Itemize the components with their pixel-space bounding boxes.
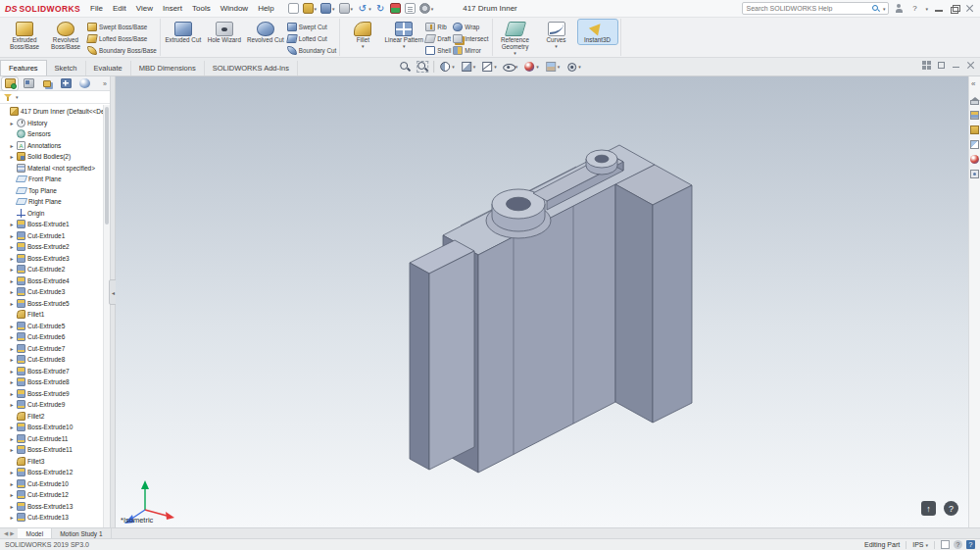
- minimize-icon[interactable]: [934, 4, 944, 14]
- help-search-box[interactable]: ▾: [742, 2, 889, 15]
- panel-tab-propertymanager[interactable]: [21, 77, 36, 90]
- tab-scroll-left-icon[interactable]: ◀: [4, 530, 8, 536]
- solidworks-resources-icon[interactable]: [970, 100, 979, 105]
- ribbon-button-intersect[interactable]: Intersect: [453, 33, 488, 44]
- tree-item-417-drum-inner-default-default[interactable]: 417 Drum Inner (Default<<Default: [0, 106, 103, 118]
- tree-item-cut-extrude10[interactable]: ▸Cut-Extrude10: [0, 478, 103, 490]
- tree-item-boss-extrude12[interactable]: ▸Boss-Extrude12: [0, 467, 103, 478]
- tab-solidworks-add-ins[interactable]: SOLIDWORKS Add-Ins: [205, 61, 298, 75]
- ribbon-button-shell[interactable]: Shell: [425, 45, 451, 56]
- restore-window-icon[interactable]: [937, 61, 946, 70]
- tab-mbd-dimensions[interactable]: MBD Dimensions: [131, 61, 205, 75]
- dropdown-icon[interactable]: ▾: [514, 51, 516, 56]
- dropdown-icon[interactable]: ▾: [315, 6, 318, 12]
- tab-features[interactable]: Features: [0, 60, 47, 75]
- qa-undo-button[interactable]: ▾: [357, 3, 371, 14]
- tree-item-cut-extrude9[interactable]: ▸Cut-Extrude9: [0, 399, 103, 411]
- menu-insert[interactable]: Insert: [159, 3, 186, 14]
- tree-item-sensors[interactable]: Sensors: [0, 128, 103, 140]
- qa-open-file-button[interactable]: ▾: [303, 3, 318, 14]
- tree-item-annotations[interactable]: ▸Annotations: [0, 140, 103, 152]
- dropdown-icon[interactable]: ▾: [925, 6, 928, 12]
- view-orientation-button[interactable]: ▾: [460, 60, 477, 74]
- expand-arrow-icon[interactable]: ▸: [9, 345, 15, 352]
- expand-arrow-icon[interactable]: ▸: [9, 323, 15, 329]
- tree-item-boss-extrude2[interactable]: ▸Boss-Extrude2: [0, 241, 103, 253]
- dropdown-icon[interactable]: ▾: [368, 6, 371, 12]
- tree-item-boss-extrude9[interactable]: ▸Boss-Extrude9: [0, 388, 103, 400]
- search-icon[interactable]: [872, 5, 880, 13]
- ribbon-button-boundary-cut[interactable]: Boundary Cut: [287, 45, 337, 56]
- qa-new-file-button[interactable]: [288, 3, 299, 14]
- tree-item-boss-extrude13[interactable]: ▸Boss-Extrude13: [0, 501, 103, 513]
- dropdown-icon[interactable]: ▾: [362, 44, 365, 49]
- qa-rebuild-button[interactable]: [390, 3, 401, 14]
- expand-arrow-icon[interactable]: ▸: [9, 333, 15, 340]
- dropdown-icon[interactable]: ▾: [403, 44, 406, 49]
- tree-item-boss-extrude5[interactable]: ▸Boss-Extrude5: [0, 298, 103, 310]
- units-selector[interactable]: IPS▾: [912, 541, 928, 548]
- hide-show-items-button[interactable]: ▾: [502, 60, 519, 74]
- expand-pane-icon[interactable]: [970, 81, 979, 90]
- tree-item-cut-extrude11[interactable]: ▸Cut-Extrude11: [0, 433, 103, 445]
- tree-item-cut-extrude8[interactable]: ▸Cut-Extrude8: [0, 354, 103, 366]
- qa-print-button[interactable]: ▾: [339, 3, 354, 14]
- qa-redo-button[interactable]: [375, 3, 386, 14]
- dropdown-icon[interactable]: ▾: [452, 64, 455, 70]
- menu-edit[interactable]: Edit: [109, 3, 130, 14]
- tab-model[interactable]: Model: [18, 528, 52, 538]
- ribbon-button-boundary-boss-base[interactable]: Boundary Boss/Base: [87, 45, 157, 56]
- ribbon-button-reference-geometry[interactable]: Reference Geometry▾: [496, 20, 535, 56]
- close-window-icon[interactable]: [966, 61, 975, 70]
- ribbon-button-lofted-boss-base[interactable]: Lofted Boss/Base: [87, 33, 157, 44]
- tree-scrollbar-thumb[interactable]: [105, 107, 109, 225]
- ribbon-button-mirror[interactable]: Mirror: [453, 45, 488, 56]
- display-style-button[interactable]: ▾: [480, 60, 498, 74]
- panel-tab-displaymanager[interactable]: [76, 77, 92, 90]
- qa-options-button[interactable]: ▾: [419, 3, 434, 14]
- view-settings-button[interactable]: ▾: [564, 60, 582, 74]
- edit-appearance-button[interactable]: ▾: [522, 60, 540, 74]
- tree-item-cut-extrude5[interactable]: ▸Cut-Extrude5: [0, 321, 103, 332]
- panel-flyout-icon[interactable]: »: [103, 80, 108, 87]
- design-library-icon[interactable]: [970, 111, 979, 120]
- tree-item-fillet1[interactable]: Fillet1: [0, 309, 103, 321]
- model-face-step[interactable]: [615, 184, 653, 423]
- ribbon-button-extruded-cut[interactable]: Extruded Cut: [164, 20, 203, 44]
- expand-arrow-icon[interactable]: ▸: [9, 356, 15, 363]
- search-dropdown-icon[interactable]: ▾: [883, 6, 886, 12]
- help-tip-icon[interactable]: [954, 540, 962, 549]
- dropdown-icon[interactable]: ▾: [536, 64, 539, 70]
- tree-item-boss-extrude10[interactable]: ▸Boss-Extrude10: [0, 422, 103, 433]
- file-explorer-icon[interactable]: [970, 125, 979, 134]
- login-user-icon[interactable]: [894, 4, 904, 14]
- tree-item-cut-extrude7[interactable]: ▸Cut-Extrude7: [0, 343, 103, 355]
- dropdown-icon[interactable]: ▾: [515, 64, 518, 70]
- tree-item-boss-extrude7[interactable]: ▸Boss-Extrude7: [0, 366, 103, 377]
- tree-item-origin[interactable]: Origin: [0, 208, 103, 220]
- expand-arrow-icon[interactable]: ▸: [9, 277, 15, 284]
- panel-tab-dimxpertmanager[interactable]: [58, 77, 74, 90]
- material-doc-icon[interactable]: [941, 540, 950, 549]
- expand-arrow-icon[interactable]: ▸: [9, 142, 15, 149]
- expand-arrow-icon[interactable]: ▸: [9, 288, 15, 295]
- tree-item-history[interactable]: ▸History: [0, 118, 103, 129]
- expand-arrow-icon[interactable]: ▸: [9, 266, 15, 273]
- tree-item-cut-extrude3[interactable]: ▸Cut-Extrude3: [0, 286, 103, 298]
- restore-icon[interactable]: [950, 4, 959, 14]
- expand-arrow-icon[interactable]: ▸: [9, 378, 15, 385]
- expand-arrow-icon[interactable]: ▸: [9, 435, 15, 442]
- panel-tab-configurationmanager[interactable]: [39, 77, 55, 90]
- tab-motion-study-1[interactable]: Motion Study 1: [52, 528, 111, 538]
- menu-tools[interactable]: Tools: [188, 3, 215, 14]
- ribbon-button-swept-boss-base[interactable]: Swept Boss/Base: [87, 22, 157, 32]
- expand-arrow-icon[interactable]: ▸: [9, 368, 15, 375]
- help-icon[interactable]: [909, 4, 919, 14]
- apply-scene-button[interactable]: ▾: [544, 60, 562, 74]
- dropdown-icon[interactable]: ▾: [555, 44, 558, 49]
- tree-item-boss-extrude4[interactable]: ▸Boss-Extrude4: [0, 275, 103, 287]
- tree-item-boss-extrude3[interactable]: ▸Boss-Extrude3: [0, 253, 103, 265]
- tree-item-cut-extrude1[interactable]: ▸Cut-Extrude1: [0, 230, 103, 242]
- ribbon-button-linear-pattern[interactable]: Linear Pattern▾: [384, 20, 423, 49]
- model-3d[interactable]: [116, 76, 968, 527]
